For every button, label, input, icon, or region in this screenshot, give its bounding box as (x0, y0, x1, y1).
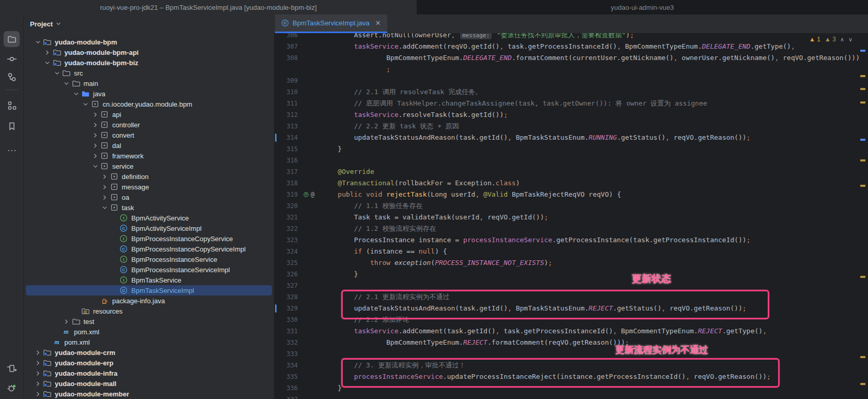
tree-item-main[interactable]: main (24, 78, 274, 88)
chevron-right-icon[interactable] (33, 390, 42, 398)
tree-item-yudao-module-infra[interactable]: yudao-module-infra (24, 368, 274, 378)
code-line-315[interactable]: 315 } (274, 143, 868, 155)
chevron-right-icon[interactable] (90, 152, 100, 160)
gutter-icons[interactable]: @ (303, 189, 314, 200)
tab-close-icon[interactable]: ✕ (375, 19, 381, 27)
tree-item-service[interactable]: service (24, 161, 274, 171)
tree-item-message[interactable]: message (24, 182, 274, 192)
tree-item-task[interactable]: task (24, 202, 274, 213)
chevron-right-icon[interactable] (100, 193, 110, 201)
activitybar-services-icon[interactable] (4, 360, 20, 376)
activitybar-debug-icon[interactable] (4, 380, 20, 396)
chevron-right-icon[interactable] (43, 48, 52, 56)
code-line-311[interactable]: 311 // 底层调用 TaskHelper.changeTaskAssigne… (274, 98, 868, 109)
activitybar-commit-icon[interactable] (4, 51, 20, 67)
tree-item-yudao-module-bpm-api[interactable]: yudao-module-bpm-api (24, 47, 274, 57)
code-line-337[interactable]: 337 (274, 394, 868, 399)
code-line-320[interactable]: 320 // 1.1 校验任务存在 (274, 200, 868, 212)
activitybar-project-folder-icon[interactable] (4, 31, 20, 47)
tree-item-bpmprocessinstanceservice[interactable]: IBpmProcessInstanceService (24, 254, 274, 264)
tree-item-bpmtaskserviceimpl[interactable]: CBpmTaskServiceImpl (26, 285, 272, 295)
chevron-right-icon[interactable] (100, 172, 110, 181)
tree-item-api[interactable]: api (24, 109, 274, 120)
code-line-307[interactable]: 307 taskService.addComment(reqVO.getId()… (274, 41, 868, 52)
chevron-down-icon[interactable] (33, 38, 42, 46)
tab-bpmtaskserviceimpl[interactable]: C BpmTaskServiceImpl.java ✕ (275, 14, 387, 33)
tree-item-bpmprocessinstanceserviceimpl[interactable]: CBpmProcessInstanceServiceImpl (24, 264, 274, 275)
chevron-right-icon[interactable] (90, 131, 100, 139)
code-line-317[interactable]: 317 @Override (274, 166, 868, 178)
tree-item-pom-xml[interactable]: mpom.xml (24, 327, 274, 337)
code-line-326[interactable]: 326 } (274, 269, 868, 280)
code-line-313[interactable]: 313 // 2.2 更新 task 状态 + 原因 (274, 121, 868, 132)
chevron-right-icon[interactable] (33, 369, 42, 377)
chevron-right-icon[interactable] (33, 379, 42, 388)
code-line-318[interactable]: 318 @Transactional(rollbackFor = Excepti… (274, 178, 868, 189)
inspections-widget[interactable]: ▲ 1 ▲ 3 ∧ ∨ (809, 36, 852, 43)
project-panel-header[interactable]: Project (30, 14, 62, 33)
chevron-down-icon[interactable] (43, 58, 52, 67)
code-line-312[interactable]: 312 taskService.resolveTask(task.getId()… (274, 109, 868, 121)
activitybar-more-tool-windows-icon[interactable] (4, 142, 20, 158)
prev-problem-icon[interactable]: ∧ (840, 36, 844, 43)
tree-item-bpmactivityservice[interactable]: IBpmActivityService (24, 213, 274, 223)
chevron-right-icon[interactable] (90, 110, 100, 119)
chevron-down-icon[interactable] (62, 79, 71, 87)
tree-item-yudao-module-crm[interactable]: yudao-module-crm (24, 347, 274, 358)
chevron-right-icon[interactable] (90, 121, 100, 129)
chevron-right-icon[interactable] (33, 348, 42, 357)
activitybar-structure-icon[interactable] (4, 97, 20, 113)
next-problem-icon[interactable]: ∨ (848, 36, 852, 43)
tree-item-convert[interactable]: convert (24, 130, 274, 140)
chevron-right-icon[interactable] (62, 317, 71, 326)
code-line-325[interactable]: 325 throw exception(PROCESS_INSTANCE_NOT… (274, 257, 868, 269)
chevron-down-icon[interactable] (71, 90, 81, 98)
tree-item-controller[interactable]: controller (24, 120, 274, 130)
code-line-310[interactable]: 310 // 2.1 调用 resolveTask 完成任务。 (274, 86, 868, 98)
chevron-down-icon[interactable] (100, 203, 110, 212)
chevron-right-icon[interactable] (90, 141, 100, 150)
code-line-314[interactable]: 314 updateTaskStatusAndReason(task.getId… (274, 132, 868, 143)
tree-item-java[interactable]: java (24, 88, 274, 99)
code-line-306[interactable]: 306 Assert.notNull(ownerUser, message: "… (274, 33, 868, 41)
code-area[interactable]: 306 Assert.notNull(ownerUser, message: "… (274, 33, 868, 399)
tree-item-resources[interactable]: resources (24, 306, 274, 316)
tree-item-bpmtaskservice[interactable]: IBpmTaskService (24, 275, 274, 285)
code-line-309[interactable]: 309 (274, 75, 868, 86)
tree-item-yudao-module-bpm-biz[interactable]: yudao-module-bpm-biz (24, 57, 274, 68)
code-line-331[interactable]: 331 taskService.addComment(task.getId(),… (274, 326, 868, 337)
chevron-down-icon[interactable] (90, 162, 100, 170)
tree-item-pom-xml[interactable]: mpom.xml (24, 337, 274, 347)
chevron-down-icon[interactable] (52, 69, 62, 77)
tree-item-yudao-module-erp[interactable]: yudao-module-erp (24, 358, 274, 368)
chevron-right-icon[interactable] (33, 359, 42, 367)
code-line-319[interactable]: 319@ public void rejectTask(Long userId,… (274, 189, 868, 200)
tree-item-cn-iocoder-yudao-module-bpm[interactable]: cn.iocoder.yudao.module.bpm (24, 99, 274, 109)
tree-item-oa[interactable]: oa (24, 192, 274, 202)
code-line-321[interactable]: 321 Task task = validateTask(userId, req… (274, 212, 868, 223)
code-line-323[interactable]: 323 ProcessInstance instance = processIn… (274, 234, 868, 246)
code-line-322[interactable]: 322 // 1.2 校验流程实例存在 (274, 223, 868, 234)
tree-item-package-info-java[interactable]: package-info.java (24, 295, 274, 306)
tree-item-dal[interactable]: dal (24, 140, 274, 151)
tree-item-definition[interactable]: definition (24, 171, 274, 182)
tree-item-framework[interactable]: framework (24, 151, 274, 161)
activitybar-bookmarks-icon[interactable] (4, 118, 20, 134)
code-line-332[interactable]: 332 BpmCommentTypeEnum.REJECT.formatComm… (274, 337, 868, 348)
code-line-316[interactable]: 316 (274, 155, 868, 166)
tree-item-yudao-module-mall[interactable]: yudao-module-mall (24, 378, 274, 389)
code-line-wrap[interactable]: ; (274, 64, 868, 75)
tree-item-label: main (84, 80, 98, 87)
tree-item-src[interactable]: src (24, 68, 274, 78)
activitybar-pull-requests-icon[interactable] (4, 69, 20, 85)
code-line-308[interactable]: 308 BpmCommentTypeEnum.DELEGATE_END.form… (274, 52, 868, 64)
tree-item-yudao-module-bpm[interactable]: yudao-module-bpm (24, 37, 274, 47)
chevron-right-icon[interactable] (100, 183, 110, 191)
tree-item-test[interactable]: test (24, 316, 274, 327)
code-line-324[interactable]: 324 if (instance == null) { (274, 246, 868, 257)
tree-item-bpmprocessinstancecopyserviceimpl[interactable]: CBpmProcessInstanceCopyServiceImpl (24, 244, 274, 254)
tree-item-yudao-module-member[interactable]: yudao-module-member (24, 389, 274, 399)
chevron-down-icon[interactable] (81, 100, 90, 108)
tree-item-bpmprocessinstancecopyservice[interactable]: IBpmProcessInstanceCopyService (24, 233, 274, 244)
tree-item-bpmactivityserviceimpl[interactable]: CBpmActivityServiceImpl (24, 223, 274, 233)
